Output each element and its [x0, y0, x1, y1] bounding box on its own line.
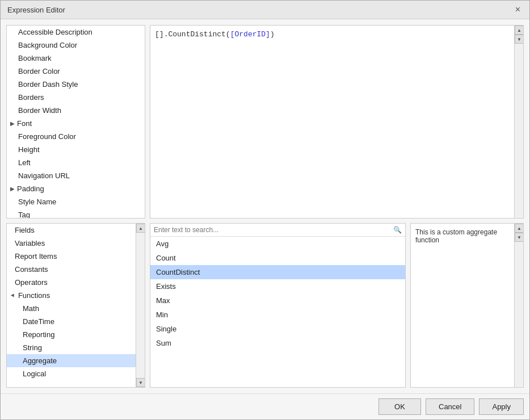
left-panel-item[interactable]: Style Name	[7, 195, 145, 208]
tree-panel-item[interactable]: ▼Functions	[7, 289, 145, 302]
func-list-item[interactable]: Single	[150, 322, 405, 336]
tree-scroll-down[interactable]: ▼	[136, 378, 145, 387]
bottom-section: FieldsVariablesReport ItemsConstantsOper…	[6, 223, 524, 388]
tree-panel-item[interactable]: Constants	[7, 263, 145, 276]
tree-scrollbar[interactable]: ▲▼	[136, 224, 145, 387]
tree-panel-item[interactable]: String	[7, 341, 145, 354]
top-section: Accessible DescriptionBackground ColorBo…	[6, 25, 524, 219]
expression-editor-dialog: Expression Editor × Accessible Descripti…	[0, 0, 530, 420]
expression-text[interactable]: [].CountDistinct([OrderID])	[150, 26, 523, 218]
left-panel-item[interactable]: Border Width	[7, 104, 145, 117]
left-panel-item[interactable]: Height	[7, 143, 145, 156]
search-input[interactable]	[154, 226, 391, 234]
tree-panel: FieldsVariablesReport ItemsConstantsOper…	[6, 223, 145, 388]
tree-panel-item[interactable]: Variables	[7, 237, 145, 250]
expr-field: [OrderID]	[230, 30, 270, 39]
function-list: AvgCountCountDistinctExistsMaxMinSingleS…	[150, 237, 405, 387]
left-panel-item[interactable]: Navigation URL	[7, 169, 145, 182]
dialog-footer: OK Cancel Apply	[1, 393, 529, 419]
left-panel-item[interactable]: Borders	[7, 91, 145, 104]
tree-scroll-up[interactable]: ▲	[136, 224, 145, 233]
search-icon: 🔍	[393, 226, 402, 234]
left-panel-item[interactable]: Foreground Color	[7, 130, 145, 143]
func-list-item[interactable]: Sum	[150, 336, 405, 350]
left-panel-item[interactable]: Tag	[7, 208, 145, 219]
func-list-item[interactable]: CountDistinct	[150, 265, 405, 279]
left-panel-item[interactable]: Background Color	[7, 39, 145, 52]
expr-function-name: CountDistinct	[168, 30, 225, 39]
apply-button[interactable]: Apply	[479, 398, 524, 415]
expr-bracket-open: [	[155, 30, 159, 39]
left-panel-item[interactable]: Bookmark	[7, 52, 145, 65]
search-bar: 🔍	[150, 224, 405, 237]
dialog-body: Accessible DescriptionBackground ColorBo…	[1, 19, 529, 393]
expr-paren-close: )	[270, 30, 275, 39]
func-list-item[interactable]: Max	[150, 293, 405, 308]
close-button[interactable]: ×	[513, 5, 523, 14]
left-panel-item[interactable]: Left	[7, 156, 145, 169]
tree-panel-item[interactable]: Operators	[7, 276, 145, 289]
left-panel-item[interactable]: ▶Font	[7, 117, 145, 130]
left-panel-item[interactable]: Border Dash Style	[7, 78, 145, 91]
description-text: This is a custom aggregate function	[415, 228, 497, 244]
tree-panel-item[interactable]: Fields	[7, 224, 145, 237]
description-panel: This is a custom aggregate function ▲ ▼	[410, 223, 524, 388]
left-panel-item[interactable]: Accessible Description	[7, 26, 145, 39]
desc-scroll-up[interactable]: ▲	[515, 224, 524, 233]
desc-scroll-down[interactable]: ▼	[515, 233, 524, 242]
func-list-item[interactable]: Exists	[150, 279, 405, 293]
title-bar: Expression Editor ×	[1, 1, 529, 19]
tree-panel-item[interactable]: Aggregate	[7, 354, 145, 367]
left-panel-item[interactable]: Border Color	[7, 65, 145, 78]
expression-panel[interactable]: [].CountDistinct([OrderID]) ▲ ▼	[150, 25, 524, 219]
expr-paren-open: (	[226, 30, 230, 39]
scroll-down-arrow[interactable]: ▼	[515, 35, 524, 44]
tree-panel-item[interactable]: Report Items	[7, 250, 145, 263]
tree-panel-item[interactable]: DateTime	[7, 315, 145, 328]
tree-panel-item[interactable]: Logical	[7, 367, 145, 380]
middle-panel: 🔍 AvgCountCountDistinctExistsMaxMinSingl…	[150, 223, 406, 388]
tree-panel-item[interactable]: Math	[7, 302, 145, 315]
dialog-title: Expression Editor	[7, 6, 65, 14]
cancel-button[interactable]: Cancel	[426, 398, 474, 415]
description-scrollbar[interactable]: ▲ ▼	[514, 224, 523, 387]
expr-bracket-close: ]	[159, 30, 164, 39]
ok-button[interactable]: OK	[378, 398, 421, 415]
func-list-item[interactable]: Min	[150, 308, 405, 322]
left-panel-item[interactable]: ▶Padding	[7, 182, 145, 195]
func-list-item[interactable]: Avg	[150, 237, 405, 251]
left-panel: Accessible DescriptionBackground ColorBo…	[6, 25, 145, 219]
expression-scrollbar[interactable]: ▲ ▼	[514, 26, 523, 218]
scroll-up-arrow[interactable]: ▲	[515, 26, 524, 35]
func-list-item[interactable]: Count	[150, 251, 405, 265]
tree-panel-item[interactable]: Reporting	[7, 328, 145, 341]
